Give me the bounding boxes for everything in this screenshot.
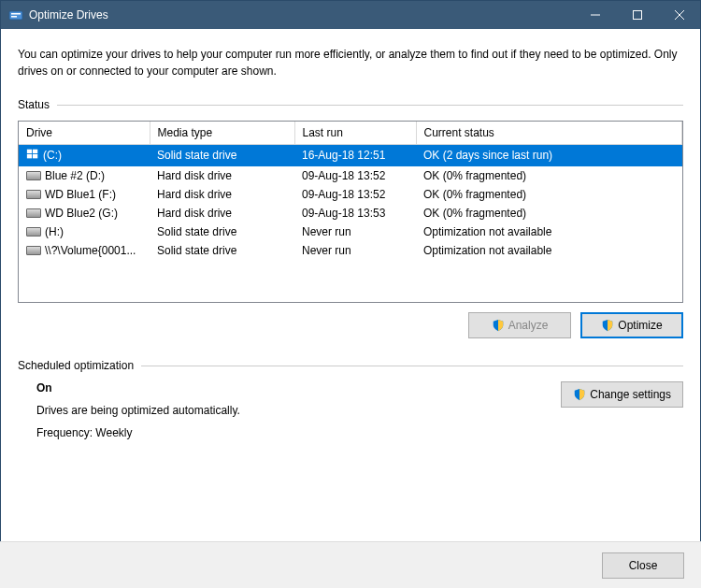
svg-rect-7 <box>27 149 32 152</box>
hdd-drive-icon <box>26 190 41 199</box>
drive-name: \\?\Volume{0001... <box>45 244 136 257</box>
change-settings-button[interactable]: Change settings <box>561 381 683 408</box>
app-icon <box>8 7 23 22</box>
close-button[interactable] <box>658 1 700 29</box>
minimize-button[interactable] <box>574 1 616 29</box>
media-type: Hard disk drive <box>150 185 294 204</box>
table-row[interactable]: (C:)Solid state drive16-Aug-18 12:51OK (… <box>19 144 682 166</box>
hdd-drive-icon <box>26 208 41 218</box>
hdd-drive-icon <box>26 171 41 180</box>
drive-name: (C:) <box>43 149 62 162</box>
schedule-label: Scheduled optimization <box>18 359 683 372</box>
status-label: Status <box>18 98 683 111</box>
svg-rect-1 <box>11 13 21 15</box>
col-status[interactable]: Current status <box>416 122 682 144</box>
table-row[interactable]: Blue #2 (D:)Hard disk drive09-Aug-18 13:… <box>19 166 682 185</box>
current-status: OK (2 days since last run) <box>416 144 682 166</box>
analyze-button[interactable]: Analyze <box>468 312 571 338</box>
current-status: OK (0% fragmented) <box>416 166 682 185</box>
last-run: 09-Aug-18 13:53 <box>294 204 416 222</box>
analyze-label: Analyze <box>508 319 549 332</box>
media-type: Hard disk drive <box>150 166 294 185</box>
media-type: Hard disk drive <box>150 204 294 222</box>
table-row[interactable]: WD Blue2 (G:)Hard disk drive09-Aug-18 13… <box>19 204 682 222</box>
table-row[interactable]: \\?\Volume{0001...Solid state driveNever… <box>19 241 682 260</box>
description-text: You can optimize your drives to help you… <box>18 46 683 79</box>
current-status: Optimization not available <box>416 222 682 241</box>
current-status: Optimization not available <box>416 241 682 260</box>
last-run: 09-Aug-18 13:52 <box>294 185 416 204</box>
last-run: 09-Aug-18 13:52 <box>294 166 416 185</box>
table-header-row[interactable]: Drive Media type Last run Current status <box>19 122 682 144</box>
drive-name: WD Blue1 (F:) <box>45 188 116 201</box>
media-type: Solid state drive <box>150 222 294 241</box>
drive-name: Blue #2 (D:) <box>45 169 105 182</box>
svg-rect-0 <box>9 11 22 20</box>
svg-rect-8 <box>33 149 37 152</box>
close-dialog-button[interactable]: Close <box>602 552 684 579</box>
footer: Close <box>0 541 701 588</box>
titlebar: Optimize Drives <box>1 1 700 29</box>
svg-rect-4 <box>633 11 641 20</box>
schedule-label-text: Scheduled optimization <box>18 359 134 372</box>
optimize-button[interactable]: Optimize <box>580 312 683 338</box>
hdd-drive-icon <box>26 227 41 237</box>
shield-icon <box>492 319 505 332</box>
window-title: Optimize Drives <box>29 8 574 22</box>
media-type: Solid state drive <box>150 241 294 260</box>
drives-table[interactable]: Drive Media type Last run Current status… <box>18 121 683 303</box>
svg-rect-2 <box>11 16 17 18</box>
table-row[interactable]: (H:)Solid state driveNever runOptimizati… <box>19 222 682 241</box>
col-media[interactable]: Media type <box>150 122 294 144</box>
drive-name: WD Blue2 (G:) <box>45 207 118 220</box>
optimize-label: Optimize <box>618 319 662 332</box>
maximize-button[interactable] <box>616 1 658 29</box>
schedule-state: On <box>36 381 561 394</box>
last-run: Never run <box>294 222 416 241</box>
drive-name: (H:) <box>45 225 64 238</box>
shield-icon <box>573 388 586 401</box>
schedule-auto-text: Drives are being optimized automatically… <box>36 404 561 417</box>
shield-icon <box>601 319 614 332</box>
close-label: Close <box>629 559 658 572</box>
last-run: Never run <box>294 241 416 260</box>
status-label-text: Status <box>18 98 50 111</box>
current-status: OK (0% fragmented) <box>416 204 682 222</box>
windows-drive-icon <box>26 148 39 164</box>
svg-rect-10 <box>33 154 37 158</box>
svg-rect-9 <box>27 154 32 158</box>
last-run: 16-Aug-18 12:51 <box>294 144 416 166</box>
change-settings-label: Change settings <box>590 388 671 401</box>
col-drive[interactable]: Drive <box>19 122 150 144</box>
table-row[interactable]: WD Blue1 (F:)Hard disk drive09-Aug-18 13… <box>19 185 682 204</box>
current-status: OK (0% fragmented) <box>416 185 682 204</box>
col-last[interactable]: Last run <box>294 122 416 144</box>
schedule-frequency: Frequency: Weekly <box>36 426 561 439</box>
media-type: Solid state drive <box>150 144 294 166</box>
hdd-drive-icon <box>26 246 41 255</box>
